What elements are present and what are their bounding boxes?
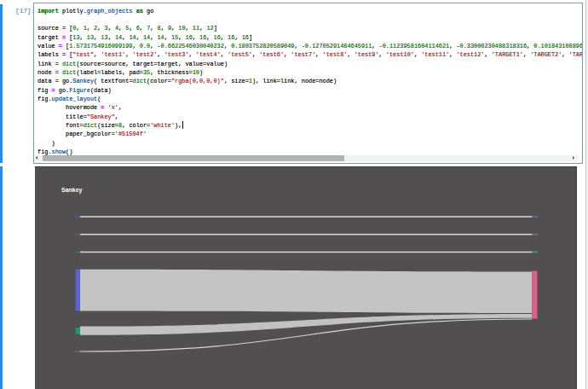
svg-text:Sankey: Sankey — [61, 187, 83, 194]
